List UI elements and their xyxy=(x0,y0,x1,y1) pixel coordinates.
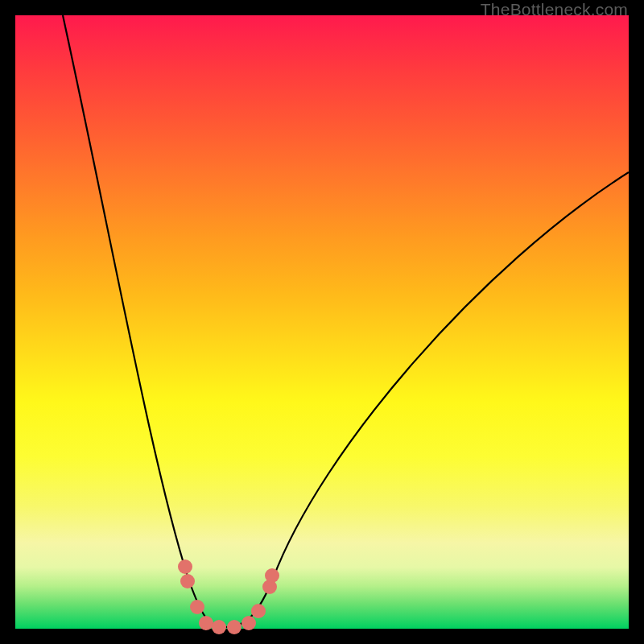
curve-dot xyxy=(212,620,226,634)
curve-svg xyxy=(15,15,629,629)
curve-dot xyxy=(242,616,256,630)
curve-dot xyxy=(265,568,279,583)
curve-dot xyxy=(178,559,192,574)
curve-dot xyxy=(190,600,204,614)
curve-dot xyxy=(251,604,266,618)
curve-dot xyxy=(180,574,195,588)
watermark-text: TheBottleneck.com xyxy=(481,0,628,19)
chart-plot-area xyxy=(15,15,629,629)
curve-dot xyxy=(227,620,242,634)
bottleneck-curve xyxy=(63,15,629,627)
